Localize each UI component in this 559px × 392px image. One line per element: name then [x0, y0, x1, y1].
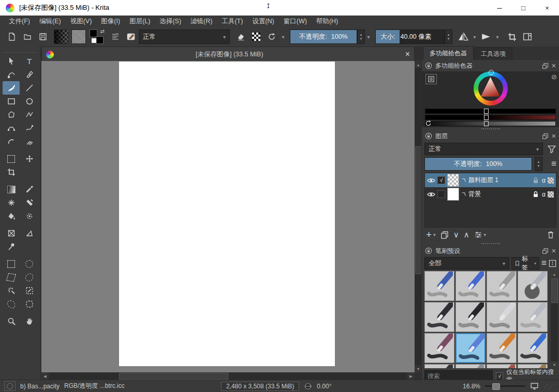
tool-polyline[interactable] — [21, 108, 38, 122]
tool-assistants[interactable] — [3, 227, 20, 240]
brush-preset-paint-brush[interactable] — [424, 333, 454, 363]
tool-pan[interactable] — [21, 314, 38, 328]
layer-checkbox[interactable] — [437, 190, 445, 198]
layer-thumbnail[interactable] — [447, 174, 459, 187]
brush-preset-detail-brush[interactable] — [487, 333, 517, 363]
tool-bezier-select[interactable] — [3, 297, 20, 311]
horizontal-scrollbar-thumb[interactable] — [119, 373, 228, 380]
edit-brush-settings-button[interactable] — [123, 29, 139, 44]
tool-rectangle[interactable] — [3, 95, 20, 108]
float-docker-icon[interactable] — [542, 133, 549, 140]
brush-preset-eraser-soft[interactable] — [487, 271, 517, 301]
duplicate-layer-button[interactable] — [440, 231, 449, 239]
brush-size-view-icon[interactable] — [549, 260, 556, 267]
brush-preset-airbrush-soft[interactable] — [518, 271, 548, 301]
tool-gradient[interactable] — [3, 183, 20, 196]
tool-line[interactable] — [21, 81, 38, 95]
zoom-slider-thumb[interactable] — [492, 383, 500, 390]
brush-preset-preset-13[interactable] — [424, 364, 454, 368]
menu-item[interactable]: 图层(L) — [125, 16, 155, 27]
brush-grid-scrollbar[interactable]: ▲ ▼ — [551, 271, 558, 368]
opacity-slider[interactable]: 不透明度:100% — [290, 29, 357, 44]
brush-preset-eraser-small[interactable] — [455, 271, 486, 301]
tag-filter-checkbox[interactable]: √ — [496, 372, 503, 380]
mirror-horizontal-button[interactable] — [455, 29, 471, 44]
tag-button[interactable]: 标签 ▾ — [511, 257, 539, 269]
tool-smart-patch[interactable] — [21, 196, 38, 209]
saturation-bar[interactable] — [425, 115, 556, 120]
brush-preset-preset-14[interactable] — [455, 364, 486, 368]
tool-edit-shapes[interactable] — [3, 68, 20, 81]
eraser-mode-button[interactable] — [233, 29, 248, 44]
inherit-alpha-icon[interactable] — [548, 191, 554, 198]
resize-grip[interactable]: ⋰⋰ — [543, 383, 555, 389]
alpha-icon[interactable]: α — [542, 191, 546, 198]
menu-item[interactable]: 选择(S) — [155, 16, 186, 27]
color-selector-settings-button[interactable] — [425, 74, 437, 84]
gradient-chooser-button[interactable] — [54, 29, 68, 44]
menu-item[interactable]: 窗口(W) — [279, 16, 312, 27]
close-docker-icon[interactable]: × — [552, 62, 556, 70]
lock-docker-icon[interactable] — [425, 247, 432, 254]
layer-checkbox[interactable]: √ — [437, 176, 445, 184]
menu-item[interactable]: 文件(F) — [4, 16, 35, 27]
docker-tab[interactable]: 工具选项 — [474, 47, 512, 60]
tool-bezier-curve[interactable] — [3, 122, 20, 135]
visibility-eye-icon[interactable] — [427, 190, 435, 199]
tool-measure[interactable] — [21, 227, 38, 240]
menu-item[interactable]: 编辑(E) — [35, 16, 66, 27]
horizontal-scrollbar[interactable]: ◀ ▶ — [41, 372, 415, 380]
alpha-icon[interactable]: α — [542, 177, 546, 184]
hue-ring[interactable] — [474, 71, 508, 105]
float-docker-icon[interactable] — [542, 248, 549, 254]
close-docker-icon[interactable]: × — [552, 132, 556, 140]
toolbox-drag-handle[interactable] — [3, 48, 37, 53]
brush-preset-preset-16[interactable] — [518, 364, 548, 368]
display-mode-icon[interactable]: ≡ — [541, 258, 547, 268]
scroll-down-icon[interactable]: ▼ — [551, 361, 558, 368]
size-slider[interactable]: 大小: 40.00 像素 — [375, 29, 445, 44]
close-button[interactable]: × — [535, 0, 559, 16]
chevron-down-icon[interactable]: ▾ — [280, 34, 287, 40]
move-layer-up-button[interactable]: ∧ — [464, 230, 469, 239]
tool-contiguous-select[interactable] — [3, 284, 20, 297]
layer-opacity-spinner[interactable]: ▴▾ — [535, 157, 542, 171]
brush-preset-wet-paint[interactable] — [455, 333, 486, 363]
tool-dynamic-brush[interactable] — [3, 135, 20, 148]
value-bar[interactable] — [425, 121, 556, 126]
minimize-button[interactable]: ─ — [488, 0, 511, 16]
tool-multibrush[interactable] — [21, 135, 38, 148]
background-color-swatch[interactable] — [91, 38, 97, 43]
tool-calligraphy[interactable] — [21, 68, 38, 81]
workspace-chooser-button[interactable] — [520, 29, 535, 44]
scroll-left-icon[interactable]: ◀ — [41, 372, 49, 380]
tool-enclose-fill[interactable] — [21, 209, 38, 223]
unlock-icon[interactable] — [532, 176, 540, 185]
tool-magnetic-select[interactable] — [21, 297, 38, 311]
scroll-up-icon[interactable]: ▲ — [415, 61, 422, 68]
menu-item[interactable]: 滤镜(R) — [186, 16, 217, 27]
tool-select-shapes[interactable] — [3, 54, 20, 68]
tool-reference-images[interactable] — [3, 240, 20, 253]
layer-row[interactable]: √颜料图层 1α — [425, 173, 556, 187]
blending-mode-select[interactable]: 正常 ▾ — [139, 29, 230, 44]
foreground-background-colors[interactable]: ⇄ — [89, 29, 105, 44]
zoom-slider[interactable] — [485, 385, 525, 387]
opacity-spinner[interactable]: ▴▾ — [357, 29, 365, 44]
size-spinner[interactable]: ▴▾ — [445, 29, 452, 44]
bar-handle[interactable] — [484, 115, 489, 120]
scroll-right-icon[interactable]: ▶ — [407, 372, 415, 380]
tool-fill[interactable] — [3, 209, 20, 223]
tool-freehand-select[interactable] — [21, 270, 38, 284]
brush-scrollbar-thumb[interactable] — [551, 278, 558, 303]
tool-color-sampler[interactable] — [21, 183, 38, 196]
tool-similar-select[interactable] — [21, 284, 38, 297]
float-docker-icon[interactable] — [542, 63, 549, 69]
layers-docker-header[interactable]: 图层 × — [422, 130, 559, 142]
tool-ellipse-select[interactable] — [21, 257, 38, 270]
refresh-color-icon[interactable] — [425, 120, 432, 127]
secondary-color-swatch[interactable] — [96, 36, 104, 44]
open-document-button[interactable] — [20, 29, 35, 44]
tool-zoom[interactable] — [3, 314, 20, 328]
layer-blending-mode-select[interactable]: 正常 ▾ — [424, 143, 543, 155]
